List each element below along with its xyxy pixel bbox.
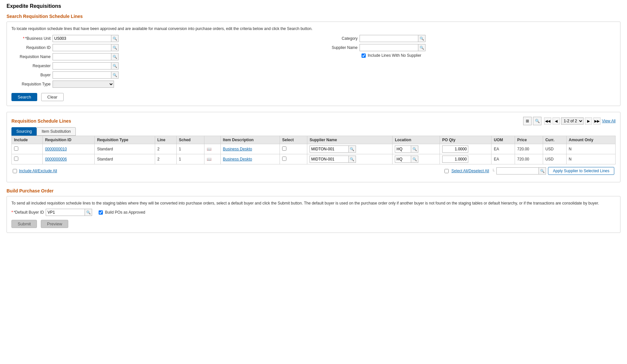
- row1-item-description: Business Deskto: [220, 144, 280, 154]
- row1-requisition-id-link[interactable]: 0000000010: [45, 147, 67, 151]
- search-button[interactable]: Search: [11, 93, 37, 101]
- grid-view-button[interactable]: ⊞: [523, 117, 532, 125]
- include-all-checkbox[interactable]: [13, 169, 17, 173]
- row2-supplier-search-icon[interactable]: 🔍: [349, 156, 356, 163]
- select-all-checkbox[interactable]: [444, 169, 449, 173]
- business-unit-input[interactable]: [53, 35, 111, 42]
- row2-supplier-name: 🔍: [307, 154, 392, 164]
- requisition-name-search-icon[interactable]: 🔍: [111, 53, 119, 60]
- row2-location-input[interactable]: [395, 156, 411, 163]
- last-page-button[interactable]: ▶▶: [593, 117, 601, 125]
- rsl-table-body: 0000000010 Standard 2 1 📖 Business Deskt…: [12, 144, 616, 164]
- col-supplier-name: Supplier Name: [307, 136, 392, 144]
- apply-supplier-search-icon[interactable]: 🔍: [539, 167, 546, 174]
- supplier-name-search-icon[interactable]: 🔍: [418, 44, 426, 51]
- supplier-name-label: Supplier Name: [318, 45, 358, 50]
- requester-input[interactable]: [53, 62, 111, 69]
- col-price: Price: [515, 136, 543, 144]
- search-form-left: *Business Unit 🔍 Requisition ID 🔍 Requis…: [11, 35, 309, 90]
- row1-include: [12, 144, 43, 154]
- view-all-link[interactable]: View All: [602, 119, 616, 123]
- row1-uom: EA: [491, 144, 515, 154]
- build-po-form: *Default Buyer ID 🔍 Build POs as Approve…: [11, 209, 616, 216]
- business-unit-label: *Business Unit: [11, 36, 51, 41]
- category-input[interactable]: [360, 35, 418, 42]
- buyer-row: Buyer 🔍: [11, 71, 309, 79]
- category-label: Category: [318, 36, 358, 41]
- default-buyer-input[interactable]: [46, 209, 85, 216]
- first-page-button[interactable]: ◀◀: [544, 117, 551, 125]
- business-unit-row: *Business Unit 🔍: [11, 35, 309, 42]
- build-po-description: To send all included requisition schedul…: [11, 201, 616, 205]
- select-all-group: Select All/Deselect All └ 🔍 Apply Suppli…: [444, 167, 614, 175]
- row2-po-qty-input[interactable]: [442, 156, 468, 163]
- row1-location-input[interactable]: [395, 145, 411, 153]
- include-lines-label: Include Lines With No Supplier: [368, 53, 421, 58]
- select-all-link[interactable]: Select All/Deselect All: [451, 169, 489, 173]
- search-form-right: Category 🔍 Supplier Name 🔍 Include Lines…: [318, 35, 616, 90]
- row2-requisition-id-link[interactable]: 0000000006: [45, 157, 67, 161]
- row2-location-search-icon[interactable]: 🔍: [411, 156, 418, 163]
- clear-button[interactable]: Clear: [41, 93, 64, 101]
- row1-supplier-search-icon[interactable]: 🔍: [349, 145, 356, 153]
- supplier-select-wrap: 🔍: [496, 167, 546, 174]
- prev-page-button[interactable]: ◀: [553, 117, 560, 125]
- include-all-group: Include All/Exclude All: [13, 169, 57, 173]
- row1-supplier-cell: 🔍: [310, 145, 390, 153]
- build-pos-checkbox[interactable]: [99, 210, 103, 215]
- row1-po-qty: [440, 144, 491, 154]
- default-buyer-input-group: 🔍: [46, 209, 92, 216]
- table-row: 0000000010 Standard 2 1 📖 Business Deskt…: [12, 144, 616, 154]
- include-lines-checkbox[interactable]: [362, 53, 366, 58]
- row1-select: [280, 144, 307, 154]
- row2-curr: USD: [543, 154, 566, 164]
- tab-item-substitution[interactable]: Item Substitution: [37, 127, 75, 136]
- apply-supplier-button[interactable]: Apply Supplier to Selected Lines: [548, 167, 614, 175]
- default-buyer-search-icon[interactable]: 🔍: [85, 209, 92, 216]
- buyer-search-icon[interactable]: 🔍: [111, 71, 119, 79]
- row1-sched: 1: [176, 144, 204, 154]
- col-include: Include: [12, 136, 43, 144]
- rsl-section-box: Requisition Schedule Lines ⊞ 🔍 ◀◀ ◀ 1-2 …: [7, 112, 620, 182]
- indent-icon: └: [492, 169, 495, 173]
- requisition-type-select[interactable]: [53, 81, 114, 88]
- buyer-input[interactable]: [53, 71, 111, 79]
- requester-input-group: 🔍: [53, 62, 119, 69]
- tab-sourcing[interactable]: Sourcing: [11, 127, 37, 136]
- row1-include-checkbox[interactable]: [14, 146, 18, 151]
- row1-supplier-input[interactable]: [310, 145, 349, 153]
- requisition-id-search-icon[interactable]: 🔍: [111, 44, 119, 51]
- row1-item-desc-link[interactable]: Business Deskto: [223, 147, 252, 151]
- row2-supplier-input[interactable]: [310, 156, 349, 163]
- row1-book-icon[interactable]: 📖: [204, 144, 220, 154]
- requester-row: Requester 🔍: [11, 62, 309, 69]
- next-page-button[interactable]: ▶: [585, 117, 592, 125]
- row1-select-checkbox[interactable]: [282, 146, 286, 151]
- row2-supplier-cell: 🔍: [310, 156, 390, 163]
- preview-button[interactable]: Preview: [41, 220, 68, 228]
- requisition-name-input[interactable]: [53, 53, 111, 60]
- row1-location: 🔍: [393, 144, 440, 154]
- business-unit-search-icon[interactable]: 🔍: [111, 35, 119, 42]
- supplier-name-input[interactable]: [360, 44, 418, 51]
- row2-amount-only: N: [566, 154, 616, 164]
- apply-supplier-input[interactable]: [496, 167, 539, 174]
- row2-include-checkbox[interactable]: [14, 157, 18, 161]
- search-btn-row: Search Clear: [11, 93, 616, 101]
- row1-location-search-icon[interactable]: 🔍: [411, 145, 418, 153]
- row2-select-checkbox[interactable]: [282, 157, 286, 161]
- col-amount-only: Amount Only: [566, 136, 616, 144]
- page-select[interactable]: 1-2 of 2: [561, 117, 584, 125]
- search-filter-button[interactable]: 🔍: [533, 117, 541, 125]
- requester-search-icon[interactable]: 🔍: [111, 62, 119, 69]
- category-search-icon[interactable]: 🔍: [418, 35, 426, 42]
- row2-book-icon[interactable]: 📖: [204, 154, 220, 164]
- col-icon: [204, 136, 220, 144]
- row1-po-qty-input[interactable]: [442, 145, 468, 153]
- include-all-link[interactable]: Include All/Exclude All: [19, 169, 57, 173]
- row2-item-description: Business Deskto: [220, 154, 280, 164]
- requisition-id-input[interactable]: [53, 44, 111, 51]
- row2-item-desc-link[interactable]: Business Deskto: [223, 157, 252, 161]
- col-sched: Sched: [176, 136, 204, 144]
- submit-button[interactable]: Submit: [11, 220, 37, 228]
